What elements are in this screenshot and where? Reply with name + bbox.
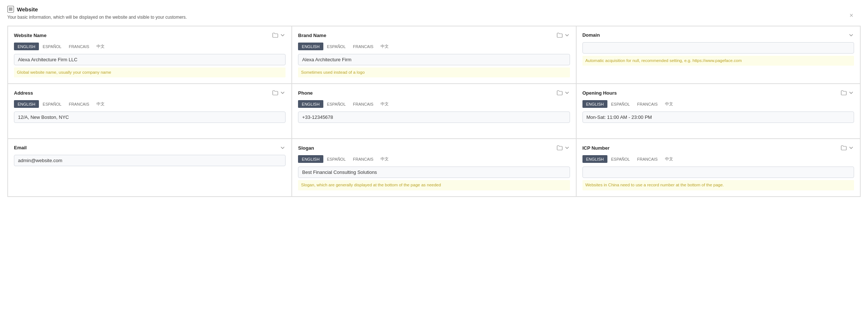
lang-tab-zh-website-name[interactable]: 中文 [93,43,108,50]
input-slogan[interactable] [298,167,570,178]
lang-tab-español-website-name[interactable]: ESPAÑOL [39,43,65,50]
input-icp-number[interactable] [582,167,854,178]
lang-tab-english-brand-name[interactable]: ENGLISH [298,43,323,50]
card-website-name: Website Name ENGLISHESPAÑOLFRANCAIS中文Glo… [8,26,292,84]
card-brand-name: Brand Name ENGLISHESPAÑOLFRANCAIS中文Somet… [292,26,576,84]
lang-tab-francais-slogan[interactable]: FRANCAIS [349,155,377,163]
folder-icon-website-name[interactable] [272,32,278,38]
lang-tab-español-opening-hours[interactable]: ESPAÑOL [607,100,633,108]
input-email[interactable] [14,155,286,166]
page-subtitle: Your basic information, which will be di… [7,15,861,20]
input-phone[interactable] [298,112,570,123]
chevron-icon-website-name[interactable] [280,33,286,38]
card-title-address: Address [14,90,33,96]
card-header-phone: Phone [298,90,570,96]
close-button[interactable]: × [849,12,853,19]
chevron-icon-domain[interactable] [849,33,854,38]
lang-tabs-website-name: ENGLISHESPAÑOLFRANCAIS中文 [14,43,286,50]
lang-tab-english-website-name[interactable]: ENGLISH [14,43,39,50]
card-header-brand-name: Brand Name [298,32,570,38]
card-header-icp-number: ICP Number [582,145,854,151]
folder-icon-phone[interactable] [557,90,563,96]
card-title-email: Email [14,145,27,150]
card-title-brand-name: Brand Name [298,33,326,38]
card-slogan: Slogan ENGLISHESPAÑOLFRANCAIS中文Slogan, w… [292,139,576,196]
input-domain[interactable] [582,42,854,54]
card-actions-domain [849,33,854,38]
lang-tab-español-address[interactable]: ESPAÑOL [39,100,65,108]
card-header-slogan: Slogan [298,145,570,151]
chevron-icon-address[interactable] [280,90,286,95]
chevron-icon-slogan[interactable] [565,145,570,150]
lang-tabs-icp-number: ENGLISHESPAÑOLFRANCAIS中文 [582,155,854,163]
lang-tab-zh-brand-name[interactable]: 中文 [377,43,392,50]
lang-tab-zh-opening-hours[interactable]: 中文 [661,100,677,108]
cards-grid: Website Name ENGLISHESPAÑOLFRANCAIS中文Glo… [7,26,861,197]
card-actions-opening-hours [841,90,854,96]
lang-tab-francais-phone[interactable]: FRANCAIS [349,100,377,108]
lang-tab-zh-address[interactable]: 中文 [93,100,108,108]
lang-tab-francais-opening-hours[interactable]: FRANCAIS [633,100,661,108]
lang-tab-francais-icp-number[interactable]: FRANCAIS [633,155,661,163]
lang-tab-zh-icp-number[interactable]: 中文 [661,155,677,163]
card-actions-phone [557,90,570,96]
lang-tab-english-slogan[interactable]: ENGLISH [298,155,323,163]
lang-tab-francais-brand-name[interactable]: FRANCAIS [349,43,377,50]
card-title-phone: Phone [298,90,313,96]
hint-slogan: Slogan, which are generally displayed at… [298,180,570,190]
card-actions-website-name [272,32,286,38]
card-header-email: Email [14,145,286,150]
lang-tab-español-phone[interactable]: ESPAÑOL [323,100,349,108]
input-opening-hours[interactable] [582,112,854,123]
lang-tab-english-icp-number[interactable]: ENGLISH [582,155,607,163]
lang-tab-francais-website-name[interactable]: FRANCAIS [65,43,93,50]
lang-tab-español-brand-name[interactable]: ESPAÑOL [323,43,349,50]
lang-tab-english-address[interactable]: ENGLISH [14,100,39,108]
folder-icon-slogan[interactable] [557,145,563,151]
card-title-slogan: Slogan [298,145,314,151]
lang-tab-zh-phone[interactable]: 中文 [377,100,392,108]
chevron-icon-opening-hours[interactable] [849,90,854,95]
chevron-icon-icp-number[interactable] [849,145,854,150]
card-actions-icp-number [841,145,854,151]
folder-icon-address[interactable] [272,90,278,96]
lang-tab-español-slogan[interactable]: ESPAÑOL [323,155,349,163]
card-header-opening-hours: Opening Hours [582,90,854,96]
lang-tabs-phone: ENGLISHESPAÑOLFRANCAIS中文 [298,100,570,108]
lang-tab-english-phone[interactable]: ENGLISH [298,100,323,108]
card-opening-hours: Opening Hours ENGLISHESPAÑOLFRANCAIS中文 [576,84,860,139]
hint-icp-number: Websites in China need to use a record n… [582,180,854,190]
card-header-website-name: Website Name [14,32,286,38]
card-header-address: Address [14,90,286,96]
hint-website-name: Global website name, usually your compan… [14,67,286,77]
lang-tab-english-opening-hours[interactable]: ENGLISH [582,100,607,108]
hint-domain: Automatic acquisition for null, recommen… [582,56,854,66]
chevron-icon-email[interactable] [280,145,286,150]
lang-tab-zh-slogan[interactable]: 中文 [377,155,392,163]
page-icon [7,6,14,12]
hint-brand-name: Sometimes used instead of a logo [298,67,570,77]
card-phone: Phone ENGLISHESPAÑOLFRANCAIS中文 [292,84,576,139]
chevron-icon-phone[interactable] [565,90,570,95]
input-brand-name[interactable] [298,54,570,65]
card-actions-slogan [557,145,570,151]
page-title: Website [17,6,38,12]
input-address[interactable] [14,112,286,123]
card-address: Address ENGLISHESPAÑOLFRANCAIS中文 [8,84,292,139]
lang-tab-español-icp-number[interactable]: ESPAÑOL [607,155,633,163]
svg-rect-1 [9,9,12,10]
card-title-domain: Domain [582,32,600,38]
input-website-name[interactable] [14,54,286,65]
card-title-opening-hours: Opening Hours [582,90,617,96]
card-actions-email [280,145,286,150]
folder-icon-opening-hours[interactable] [841,90,847,96]
folder-icon-icp-number[interactable] [841,145,847,151]
svg-rect-0 [9,8,12,8]
folder-icon-brand-name[interactable] [557,32,563,38]
lang-tab-francais-address[interactable]: FRANCAIS [65,100,93,108]
card-title-icp-number: ICP Number [582,145,610,151]
card-title-website-name: Website Name [14,33,47,38]
chevron-icon-brand-name[interactable] [565,33,570,38]
card-header-domain: Domain [582,32,854,38]
lang-tabs-address: ENGLISHESPAÑOLFRANCAIS中文 [14,100,286,108]
